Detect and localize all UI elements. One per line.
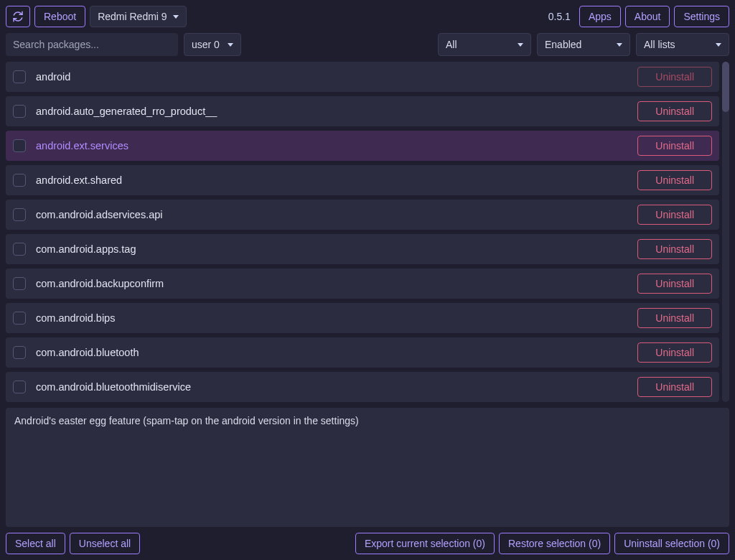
export-selection-button[interactable]: Export current selection (0) — [355, 533, 495, 554]
package-name: com.android.adservices.api — [36, 209, 627, 220]
about-button[interactable]: About — [625, 6, 670, 27]
package-row[interactable]: android.ext.servicesUninstall — [6, 131, 719, 161]
uninstall-button[interactable]: Uninstall — [637, 101, 712, 121]
package-name: android — [36, 71, 627, 83]
package-row[interactable]: android.auto_generated_rro_product__Unin… — [6, 96, 719, 126]
package-name: android.auto_generated_rro_product__ — [36, 106, 627, 117]
status-select[interactable]: Enabled — [537, 33, 630, 56]
scrollbar-thumb[interactable] — [722, 62, 729, 112]
package-row[interactable]: com.android.bluetoothUninstall — [6, 337, 719, 368]
user-select-label: user 0 — [192, 39, 220, 50]
uninstall-button[interactable]: Uninstall — [637, 205, 712, 225]
package-checkbox[interactable] — [13, 381, 26, 393]
status-select-label: Enabled — [545, 39, 581, 50]
chevron-down-icon — [617, 43, 622, 47]
filters-bar: user 0 All Enabled All lists — [6, 33, 729, 56]
package-checkbox[interactable] — [13, 139, 26, 152]
package-row[interactable]: com.android.adservices.apiUninstall — [6, 200, 719, 230]
package-checkbox[interactable] — [13, 277, 26, 290]
package-checkbox[interactable] — [13, 70, 26, 83]
uninstall-button[interactable]: Uninstall — [637, 377, 712, 397]
version-label: 0.5.1 — [548, 11, 571, 22]
user-select[interactable]: user 0 — [184, 33, 241, 56]
header-bar: Reboot Redmi Redmi 9 0.5.1 Apps About Se… — [6, 6, 729, 27]
lists-select[interactable]: All lists — [636, 33, 729, 56]
refresh-button[interactable] — [6, 6, 30, 27]
apps-button[interactable]: Apps — [579, 6, 621, 27]
chevron-down-icon — [716, 43, 721, 47]
uninstall-button[interactable]: Uninstall — [637, 308, 712, 328]
chevron-down-icon — [228, 43, 233, 47]
package-row[interactable]: com.android.apps.tagUninstall — [6, 234, 719, 264]
uninstall-button[interactable]: Uninstall — [637, 136, 712, 156]
uninstall-button[interactable]: Uninstall — [637, 170, 712, 190]
package-list: androidUninstallandroid.auto_generated_r… — [6, 62, 719, 402]
type-select[interactable]: All — [438, 33, 531, 56]
chevron-down-icon — [518, 43, 523, 47]
device-name: Redmi Redmi 9 — [98, 11, 167, 22]
package-checkbox[interactable] — [13, 208, 26, 221]
unselect-all-button[interactable]: Unselect all — [70, 533, 140, 554]
chevron-down-icon — [173, 15, 179, 19]
package-name: com.android.bluetooth — [36, 347, 627, 358]
lists-select-label: All lists — [644, 39, 675, 50]
uninstall-button[interactable]: Uninstall — [637, 67, 712, 87]
package-name: android.ext.services — [36, 140, 627, 151]
package-checkbox[interactable] — [13, 243, 26, 256]
select-all-button[interactable]: Select all — [6, 533, 65, 554]
settings-button[interactable]: Settings — [674, 6, 729, 27]
package-row[interactable]: com.android.bipsUninstall — [6, 303, 719, 333]
package-row[interactable]: android.ext.sharedUninstall — [6, 165, 719, 195]
uninstall-selection-button[interactable]: Uninstall selection (0) — [614, 533, 729, 554]
package-checkbox[interactable] — [13, 105, 26, 118]
package-name: com.android.bips — [36, 312, 627, 324]
package-row[interactable]: androidUninstall — [6, 62, 719, 92]
description-panel: Android's easter egg feature (spam-tap o… — [6, 408, 729, 527]
device-select[interactable]: Redmi Redmi 9 — [90, 6, 186, 27]
search-input[interactable] — [6, 33, 178, 56]
package-checkbox[interactable] — [13, 346, 26, 359]
reboot-button[interactable]: Reboot — [34, 6, 85, 27]
package-name: com.android.backupconfirm — [36, 278, 627, 289]
package-row[interactable]: com.android.bluetoothmidiserviceUninstal… — [6, 372, 719, 402]
package-checkbox[interactable] — [13, 312, 26, 325]
refresh-icon — [12, 11, 24, 22]
uninstall-button[interactable]: Uninstall — [637, 342, 712, 363]
package-name: android.ext.shared — [36, 174, 627, 186]
footer-bar: Select all Unselect all Export current s… — [6, 533, 729, 554]
restore-selection-button[interactable]: Restore selection (0) — [499, 533, 610, 554]
uninstall-button[interactable]: Uninstall — [637, 274, 712, 294]
package-checkbox[interactable] — [13, 174, 26, 187]
type-select-label: All — [446, 39, 457, 50]
package-row[interactable]: com.android.backupconfirmUninstall — [6, 269, 719, 299]
uninstall-button[interactable]: Uninstall — [637, 239, 712, 259]
package-name: com.android.bluetoothmidiservice — [36, 381, 627, 393]
scrollbar[interactable] — [722, 62, 729, 402]
package-name: com.android.apps.tag — [36, 243, 627, 255]
